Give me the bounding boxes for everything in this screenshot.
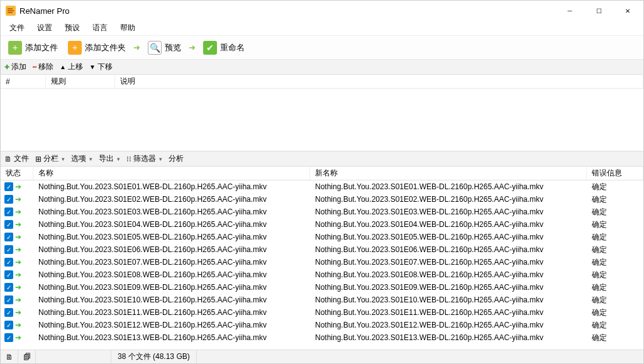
- status-arrow-icon: ➔: [15, 258, 21, 267]
- file-row[interactable]: ✓➔Nothing.But.You.2023.S01E12.WEB-DL.216…: [1, 319, 643, 331]
- file-status: 确定: [587, 282, 643, 293]
- file-status: 确定: [587, 320, 643, 331]
- arrow-up-icon: ▲: [60, 63, 66, 70]
- checkbox-icon[interactable]: ✓: [4, 308, 13, 317]
- files-col-newname[interactable]: 新名称: [310, 167, 587, 180]
- status-arrow-icon: ➔: [15, 233, 21, 241]
- rule-down-label: 下移: [97, 62, 113, 72]
- file-row[interactable]: ✓➔Nothing.But.You.2023.S01E02.WEB-DL.216…: [1, 193, 643, 206]
- menu-settings[interactable]: 设置: [31, 21, 58, 35]
- titlebar: ReNamer Pro ─ ☐ ✕: [1, 1, 643, 21]
- file-newname: Nothing.But.You.2023.S01E06.WEB-DL.2160p…: [310, 245, 587, 254]
- files-menu-files[interactable]: 🗎 文件: [4, 153, 29, 164]
- rules-col-desc[interactable]: 说明: [115, 74, 643, 89]
- file-row[interactable]: ✓➔Nothing.But.You.2023.S01E10.WEB-DL.216…: [1, 294, 643, 306]
- document-icon: 🗎: [4, 155, 12, 163]
- file-name: Nothing.But.You.2023.S01E11.WEB-DL.2160p…: [33, 308, 310, 317]
- file-name: Nothing.But.You.2023.S01E04.WEB-DL.2160p…: [33, 220, 310, 229]
- status-arrow-icon: ➔: [15, 333, 21, 342]
- files-menu-analyze[interactable]: 分析: [169, 153, 184, 164]
- files-menu-filter[interactable]: ⁝⁝ 筛选器: [126, 153, 162, 164]
- checkbox-icon[interactable]: ✓: [4, 182, 13, 191]
- close-button[interactable]: ✕: [613, 1, 642, 20]
- checkbox-icon[interactable]: ✓: [4, 233, 13, 241]
- file-status: 确定: [587, 245, 643, 255]
- files-list[interactable]: ✓➔Nothing.But.You.2023.S01E01.WEB-DL.216…: [1, 180, 643, 350]
- file-row[interactable]: ✓➔Nothing.But.You.2023.S01E13.WEB-DL.216…: [1, 331, 643, 344]
- file-newname: Nothing.But.You.2023.S01E03.WEB-DL.2160p…: [310, 207, 587, 216]
- file-row[interactable]: ✓➔Nothing.But.You.2023.S01E08.WEB-DL.216…: [1, 268, 643, 281]
- menu-language[interactable]: 语言: [86, 21, 114, 35]
- status-arrow-icon: ➔: [15, 195, 21, 204]
- maximize-button[interactable]: ☐: [584, 1, 613, 20]
- rules-col-num[interactable]: #: [1, 75, 46, 88]
- file-status: 确定: [587, 207, 643, 218]
- menu-presets[interactable]: 预设: [58, 21, 86, 35]
- add-files-label: 添加文件: [25, 42, 58, 53]
- file-name: Nothing.But.You.2023.S01E01.WEB-DL.2160p…: [33, 182, 310, 191]
- file-name: Nothing.But.You.2023.S01E05.WEB-DL.2160p…: [33, 233, 310, 241]
- rules-col-rule[interactable]: 规则: [46, 74, 115, 89]
- checkbox-icon[interactable]: ✓: [4, 195, 13, 204]
- files-col-error[interactable]: 错误信息: [587, 167, 643, 180]
- add-files-button[interactable]: ＋ 添加文件: [4, 38, 62, 57]
- file-status: 确定: [587, 307, 643, 318]
- rule-up-button[interactable]: ▲ 上移: [60, 62, 83, 72]
- file-row[interactable]: ✓➔Nothing.But.You.2023.S01E01.WEB-DL.216…: [1, 180, 643, 193]
- rules-list[interactable]: [1, 89, 643, 152]
- files-menu-options[interactable]: 选项: [71, 153, 92, 164]
- flow-arrow-icon: ➜: [132, 43, 142, 52]
- checkbox-icon[interactable]: ✓: [4, 270, 13, 279]
- files-menu-export[interactable]: 导出: [99, 153, 120, 164]
- file-name: Nothing.But.You.2023.S01E08.WEB-DL.2160p…: [33, 270, 310, 279]
- status-arrow-icon: ➔: [15, 283, 21, 292]
- rename-button[interactable]: ✔ 重命名: [199, 38, 248, 57]
- status-arrow-icon: ➔: [15, 207, 21, 216]
- minimize-button[interactable]: ─: [555, 1, 584, 20]
- checkbox-icon[interactable]: ✓: [4, 321, 13, 329]
- file-newname: Nothing.But.You.2023.S01E05.WEB-DL.2160p…: [310, 233, 587, 241]
- files-menu-columns[interactable]: ⊞ 分栏: [35, 153, 65, 164]
- rule-down-button[interactable]: ▼ 下移: [89, 62, 113, 72]
- rename-icon: ✔: [203, 41, 217, 55]
- minus-icon: ━: [33, 63, 36, 70]
- menu-help[interactable]: 帮助: [114, 21, 142, 35]
- status-arrow-icon: ➔: [15, 220, 21, 229]
- rule-add-label: 添加: [11, 62, 26, 72]
- file-newname: Nothing.But.You.2023.S01E09.WEB-DL.2160p…: [310, 283, 587, 292]
- status-icon-1[interactable]: 🗎: [1, 350, 18, 363]
- checkbox-icon[interactable]: ✓: [4, 245, 13, 254]
- files-col-state[interactable]: 状态: [1, 167, 33, 180]
- file-row[interactable]: ✓➔Nothing.But.You.2023.S01E11.WEB-DL.216…: [1, 306, 643, 319]
- file-row[interactable]: ✓➔Nothing.But.You.2023.S01E06.WEB-DL.216…: [1, 243, 643, 256]
- add-folders-button[interactable]: ＋ 添加文件夹: [64, 38, 130, 57]
- preview-button[interactable]: 🔍 预览: [144, 38, 185, 57]
- checkbox-icon[interactable]: ✓: [4, 333, 13, 342]
- checkbox-icon[interactable]: ✓: [4, 283, 13, 292]
- main-toolbar: ＋ 添加文件 ＋ 添加文件夹 ➜ 🔍 预览 ➜ ✔ 重命名: [1, 36, 643, 60]
- status-arrow-icon: ➔: [15, 182, 21, 191]
- status-icon-2[interactable]: 🗐: [18, 350, 36, 363]
- rule-add-button[interactable]: ✚ 添加: [4, 62, 26, 72]
- checkbox-icon[interactable]: ✓: [4, 207, 13, 216]
- file-row[interactable]: ✓➔Nothing.But.You.2023.S01E07.WEB-DL.216…: [1, 256, 643, 268]
- checkbox-icon[interactable]: ✓: [4, 258, 13, 267]
- file-name: Nothing.But.You.2023.S01E02.WEB-DL.2160p…: [33, 195, 310, 204]
- checkbox-icon[interactable]: ✓: [4, 220, 13, 229]
- file-row[interactable]: ✓➔Nothing.But.You.2023.S01E05.WEB-DL.216…: [1, 231, 643, 243]
- file-newname: Nothing.But.You.2023.S01E07.WEB-DL.2160p…: [310, 258, 587, 267]
- checkbox-icon[interactable]: ✓: [4, 295, 13, 304]
- menu-file[interactable]: 文件: [3, 21, 31, 35]
- file-row[interactable]: ✓➔Nothing.But.You.2023.S01E04.WEB-DL.216…: [1, 218, 643, 231]
- rules-toolbar: ✚ 添加 ━ 移除 ▲ 上移 ▼ 下移: [1, 60, 643, 75]
- status-arrow-icon: ➔: [15, 321, 21, 329]
- file-row[interactable]: ✓➔Nothing.But.You.2023.S01E09.WEB-DL.216…: [1, 281, 643, 294]
- app-icon: [6, 6, 16, 16]
- rule-remove-button[interactable]: ━ 移除: [33, 62, 53, 72]
- status-summary: 38 个文件 (48.13 GB): [111, 350, 197, 363]
- file-newname: Nothing.But.You.2023.S01E12.WEB-DL.2160p…: [310, 321, 587, 329]
- files-col-name[interactable]: 名称: [33, 167, 310, 180]
- status-arrow-icon: ➔: [15, 295, 21, 304]
- statusbar: 🗎 🗐 38 个文件 (48.13 GB): [1, 350, 643, 363]
- file-row[interactable]: ✓➔Nothing.But.You.2023.S01E03.WEB-DL.216…: [1, 206, 643, 218]
